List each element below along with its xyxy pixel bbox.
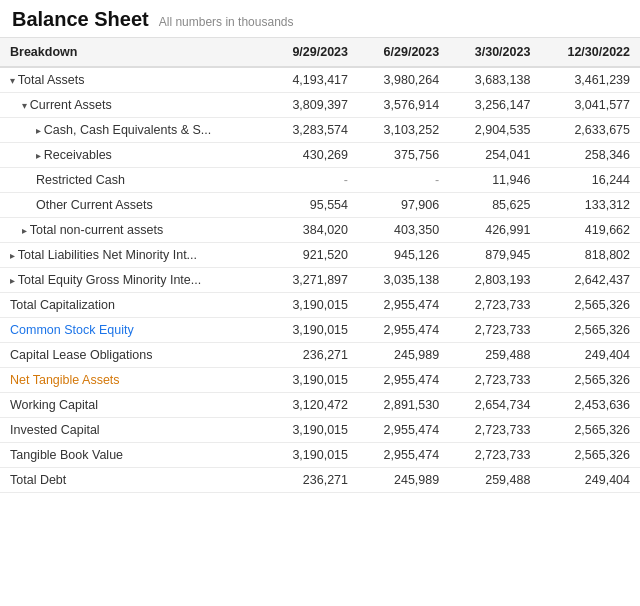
row-value-col3: 3,256,147 [449, 93, 540, 118]
row-value-col3: 2,723,733 [449, 368, 540, 393]
row-value-col2: 245,989 [358, 343, 449, 368]
row-label: Total Capitalization [0, 293, 267, 318]
table-row: Invested Capital3,190,0152,955,4742,723,… [0, 418, 640, 443]
row-value-col4: 2,565,326 [540, 368, 640, 393]
table-row: Tangible Book Value3,190,0152,955,4742,7… [0, 443, 640, 468]
expandable-label[interactable]: Total non-current assets [22, 223, 163, 237]
row-label-text[interactable]: Common Stock Equity [10, 323, 134, 337]
row-value-col4: 3,041,577 [540, 93, 640, 118]
row-label[interactable]: Total Equity Gross Minority Inte... [0, 268, 267, 293]
row-value-col3: 2,803,193 [449, 268, 540, 293]
row-value-col3: 2,723,733 [449, 318, 540, 343]
row-value-col2: 3,980,264 [358, 67, 449, 93]
page-title: Balance Sheet [12, 8, 149, 31]
row-value-col2: 2,955,474 [358, 318, 449, 343]
row-value-col1: 430,269 [267, 143, 358, 168]
table-row: Total Liabilities Net Minority Int...921… [0, 243, 640, 268]
row-value-col4: 133,312 [540, 193, 640, 218]
row-value-col1: 3,120,472 [267, 393, 358, 418]
expandable-label[interactable]: Total Liabilities Net Minority Int... [10, 248, 197, 262]
row-value-col1: 3,190,015 [267, 318, 358, 343]
row-value-col4: 258,346 [540, 143, 640, 168]
table-header-row: Breakdown 9/29/2023 6/29/2023 3/30/2023 … [0, 38, 640, 67]
col-1: 9/29/2023 [267, 38, 358, 67]
row-label-text: Other Current Assets [36, 198, 153, 212]
table-row: Total Equity Gross Minority Inte...3,271… [0, 268, 640, 293]
row-label: Tangible Book Value [0, 443, 267, 468]
col-2: 6/29/2023 [358, 38, 449, 67]
row-label-text: Restricted Cash [36, 173, 125, 187]
expandable-label[interactable]: Receivables [36, 148, 112, 162]
row-value-col2: 3,035,138 [358, 268, 449, 293]
row-value-col2: 403,350 [358, 218, 449, 243]
expanded-label[interactable]: Total Assets [10, 73, 84, 87]
row-value-col1: 236,271 [267, 468, 358, 493]
row-value-col3: 879,945 [449, 243, 540, 268]
row-label-text: Total Capitalization [10, 298, 115, 312]
expandable-label[interactable]: Cash, Cash Equivalents & S... [36, 123, 211, 137]
row-value-col2: 245,989 [358, 468, 449, 493]
row-label-text: Tangible Book Value [10, 448, 123, 462]
row-value-col4: 249,404 [540, 468, 640, 493]
row-value-col4: 2,642,437 [540, 268, 640, 293]
row-value-col4: 16,244 [540, 168, 640, 193]
table-row: Total non-current assets384,020403,35042… [0, 218, 640, 243]
row-label: Total Debt [0, 468, 267, 493]
table-row: Total Capitalization3,190,0152,955,4742,… [0, 293, 640, 318]
row-label[interactable]: Total Assets [0, 67, 267, 93]
row-value-col3: 259,488 [449, 468, 540, 493]
balance-sheet-table: Breakdown 9/29/2023 6/29/2023 3/30/2023 … [0, 38, 640, 493]
expanded-label[interactable]: Current Assets [22, 98, 112, 112]
col-4: 12/30/2022 [540, 38, 640, 67]
row-label[interactable]: Current Assets [0, 93, 267, 118]
row-value-col4: 2,565,326 [540, 318, 640, 343]
row-value-col4: 3,461,239 [540, 67, 640, 93]
row-label[interactable]: Total non-current assets [0, 218, 267, 243]
row-value-col3: 85,625 [449, 193, 540, 218]
row-label: Capital Lease Obligations [0, 343, 267, 368]
row-value-col4: 419,662 [540, 218, 640, 243]
row-label: Working Capital [0, 393, 267, 418]
row-label[interactable]: Total Liabilities Net Minority Int... [0, 243, 267, 268]
row-label: Invested Capital [0, 418, 267, 443]
row-value-col2: 945,126 [358, 243, 449, 268]
table-row: Cash, Cash Equivalents & S...3,283,5743,… [0, 118, 640, 143]
page-header: Balance Sheet All numbers in thousands [0, 0, 640, 38]
row-label-text: Working Capital [10, 398, 98, 412]
row-value-col1: 921,520 [267, 243, 358, 268]
row-value-col3: 2,723,733 [449, 418, 540, 443]
table-row: Receivables430,269375,756254,041258,346 [0, 143, 640, 168]
row-value-col1: 3,190,015 [267, 443, 358, 468]
row-value-col1: 3,190,015 [267, 293, 358, 318]
table-row: Common Stock Equity3,190,0152,955,4742,7… [0, 318, 640, 343]
row-value-col2: 375,756 [358, 143, 449, 168]
row-value-col4: 2,565,326 [540, 293, 640, 318]
row-value-col1: 95,554 [267, 193, 358, 218]
row-value-col1: - [267, 168, 358, 193]
row-label: Restricted Cash [0, 168, 267, 193]
row-value-col1: 3,271,897 [267, 268, 358, 293]
table-row: Other Current Assets95,55497,90685,62513… [0, 193, 640, 218]
row-value-col3: 2,723,733 [449, 443, 540, 468]
row-value-col1: 3,190,015 [267, 368, 358, 393]
expandable-label[interactable]: Total Equity Gross Minority Inte... [10, 273, 201, 287]
row-label-text[interactable]: Net Tangible Assets [10, 373, 120, 387]
row-value-col3: 426,991 [449, 218, 540, 243]
row-label-text: Invested Capital [10, 423, 100, 437]
row-label[interactable]: Cash, Cash Equivalents & S... [0, 118, 267, 143]
table-row: Restricted Cash--11,94616,244 [0, 168, 640, 193]
row-value-col1: 236,271 [267, 343, 358, 368]
row-value-col4: 2,565,326 [540, 443, 640, 468]
row-value-col2: 2,891,530 [358, 393, 449, 418]
row-value-col3: 2,723,733 [449, 293, 540, 318]
page-subtitle: All numbers in thousands [159, 15, 294, 29]
row-label: Other Current Assets [0, 193, 267, 218]
row-value-col3: 11,946 [449, 168, 540, 193]
row-value-col2: 2,955,474 [358, 418, 449, 443]
row-label[interactable]: Receivables [0, 143, 267, 168]
row-value-col3: 3,683,138 [449, 67, 540, 93]
row-value-col2: 2,955,474 [358, 293, 449, 318]
row-value-col1: 3,283,574 [267, 118, 358, 143]
row-label-text: Total Debt [10, 473, 66, 487]
row-value-col3: 2,654,734 [449, 393, 540, 418]
